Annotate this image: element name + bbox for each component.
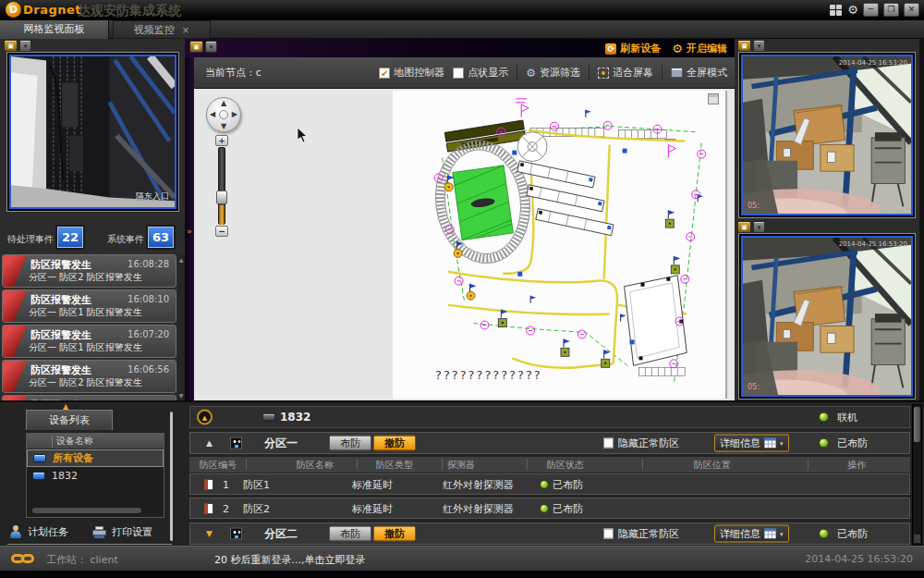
- zoom-out-button[interactable]: −: [215, 226, 228, 237]
- close-button[interactable]: ✕: [904, 3, 919, 17]
- alarm-detail: 分区一 防区2 防区报警发生: [29, 376, 142, 389]
- tree-horizontal-scrollbar[interactable]: [32, 508, 141, 513]
- pan-up-icon[interactable]: ▲: [221, 99, 226, 107]
- tab-grid-panel-label: 网格监视面板: [24, 23, 85, 35]
- disarm-button[interactable]: 撤防: [373, 436, 416, 451]
- pan-right-icon[interactable]: ▶: [232, 110, 237, 118]
- hide-normal-checkbox[interactable]: [603, 438, 614, 449]
- print-settings-button[interactable]: 打印设置: [112, 525, 152, 539]
- scheduled-tasks-button[interactable]: 计划任务: [28, 525, 68, 539]
- tab-video-monitor[interactable]: 视频监控×: [113, 20, 211, 39]
- partition-row-1[interactable]: ▲ 分区一 布防 撤防 隐藏正常防区 详细信息 ▾ 已布防: [189, 432, 910, 454]
- zone-checkbox[interactable]: [204, 503, 213, 514]
- video-frame[interactable]: 隔东入口: [6, 52, 179, 212]
- device-group-row[interactable]: ▲ 1832 联机: [189, 406, 910, 428]
- arm-button[interactable]: 布防: [329, 526, 371, 542]
- alarm-list-item[interactable]: 防区报警发生 16:07:20 分区一 防区1 防区报警发生: [2, 325, 176, 358]
- partition-expand-icon[interactable]: ▼: [206, 529, 213, 538]
- details-button[interactable]: 详细信息 ▾: [714, 525, 789, 543]
- camera-icon[interactable]: ▣: [737, 40, 751, 52]
- collapse-chevron-icon[interactable]: »: [185, 227, 194, 236]
- details-button[interactable]: 详细信息 ▾: [714, 435, 789, 452]
- arm-button[interactable]: 布防: [329, 436, 371, 451]
- alarm-list-item[interactable]: 防区报警发生 16:06:56 分区一 防区2 防区报警发生: [2, 360, 176, 393]
- disarm-button[interactable]: 撤防: [373, 526, 416, 542]
- restore-button[interactable]: ❐: [883, 3, 899, 17]
- refresh-devices-button[interactable]: ⟳ 刷新设备: [605, 42, 661, 55]
- scroll-up-icon[interactable]: ▲: [177, 256, 185, 263]
- tab-close-icon[interactable]: ×: [182, 25, 189, 35]
- video-frame[interactable]: 2014-04-25 16:53:20 05:: [738, 52, 916, 218]
- right-video-panel-2: ▣ ▾: [735, 220, 919, 402]
- fit-screen-button[interactable]: 适合屏幕: [598, 66, 653, 80]
- video-osd-text: 05:: [748, 383, 760, 391]
- device-tree: 设备名称 所有设备 1832: [26, 433, 164, 518]
- alarm-list-item[interactable]: 防区报警发生 16:08:10 分区一 防区1 防区报警发生: [2, 289, 176, 323]
- table-icon: [764, 529, 776, 539]
- dropdown-icon[interactable]: ▾: [205, 41, 217, 53]
- system-events-count: 63: [148, 227, 174, 248]
- camera-icon[interactable]: ▣: [737, 221, 751, 233]
- pan-down-icon[interactable]: ▼: [221, 122, 226, 130]
- map-controller-toggle[interactable]: ✔ 地图控制器: [379, 66, 444, 80]
- dropdown-icon[interactable]: ▾: [19, 40, 31, 52]
- zone-table-row[interactable]: 2 防区2 标准延时 红外对射探测器 已布防: [189, 498, 910, 519]
- zone-led-icon: [540, 504, 549, 513]
- details-dropdown-icon[interactable]: ▾: [780, 530, 784, 537]
- device-list-tab[interactable]: 设备列表: [26, 410, 113, 430]
- col-zone-id: 防区编号: [200, 459, 237, 472]
- hide-normal-checkbox[interactable]: [603, 529, 614, 539]
- scheduled-tasks-icon: [9, 525, 22, 539]
- layout-grid-icon[interactable]: [830, 5, 843, 16]
- map-pan-control[interactable]: ▲ ▼ ◀ ▶: [206, 97, 241, 132]
- video-frame[interactable]: 2014-04-25 16:53:20 05:: [738, 233, 916, 400]
- checkbox-unchecked-icon[interactable]: [453, 68, 464, 79]
- map-icon[interactable]: ▣: [189, 41, 203, 53]
- details-dropdown-icon[interactable]: ▾: [780, 439, 784, 447]
- start-edit-button[interactable]: ⚙ 开启编辑: [672, 42, 727, 55]
- device-tree-item-1832[interactable]: 1832: [27, 467, 164, 485]
- alarm-scrollbar[interactable]: ▲ ▼: [177, 254, 185, 400]
- zone-table-row[interactable]: 1 防区1 标准延时 红外对射探测器 已布防: [189, 473, 910, 495]
- panel-device-icon: [262, 413, 275, 422]
- fullscreen-button[interactable]: 全屏模式: [671, 66, 727, 80]
- scrollbar-thumb[interactable]: [914, 407, 920, 442]
- settings-gear-icon[interactable]: ⚙: [847, 4, 858, 17]
- camera-icon[interactable]: ▣: [4, 40, 18, 52]
- checkbox-checked-icon[interactable]: ✔: [379, 68, 390, 79]
- pan-center-icon[interactable]: [219, 110, 228, 119]
- zoom-fill: [219, 205, 225, 225]
- partition-expand-icon[interactable]: ▲: [206, 438, 213, 448]
- sidebar-divider: [7, 544, 172, 545]
- tab-grid-panel[interactable]: 网格监视面板: [0, 20, 109, 39]
- alarm-flag-icon: [3, 326, 27, 357]
- zone-checkbox[interactable]: [204, 479, 213, 490]
- video-osd-text: 05:: [748, 202, 760, 210]
- dropdown-icon[interactable]: ▾: [753, 40, 765, 52]
- alarm-detail: 分区一 防区1 防区报警发生: [29, 341, 142, 354]
- details-label: 详细信息: [720, 437, 760, 450]
- dropdown-icon[interactable]: ▾: [753, 221, 765, 233]
- scroll-down-icon[interactable]: ▼: [177, 392, 185, 399]
- zoom-in-button[interactable]: +: [215, 135, 228, 146]
- alarm-time: 16:07:20: [128, 329, 169, 339]
- map-viewport[interactable]: ????????????? ▲ ▼ ◀ ▶ + −: [194, 89, 735, 400]
- minimize-button[interactable]: ─: [863, 3, 879, 17]
- bottom-vertical-scrollbar[interactable]: [912, 404, 922, 546]
- map-zoom-slider[interactable]: + −: [213, 135, 230, 237]
- fit-screen-icon: [598, 68, 609, 79]
- dot-display-toggle[interactable]: 点状显示: [453, 66, 508, 80]
- hide-normal-label: 隐藏正常防区: [618, 527, 679, 541]
- pan-left-icon[interactable]: ◀: [210, 110, 215, 118]
- layers-icon[interactable]: [708, 93, 719, 105]
- right-video-panel-1: ▣ ▾: [735, 39, 919, 220]
- armed-led-icon: [819, 529, 829, 539]
- group-collapse-icon[interactable]: ▲: [197, 410, 213, 425]
- partition-row-2[interactable]: ▼ 分区二 布防 撤防 隐藏正常防区 详细信息 ▾ 已布防: [189, 523, 910, 545]
- resource-filter-button[interactable]: ⚙ 资源筛选: [526, 66, 580, 80]
- zoom-handle[interactable]: [216, 191, 227, 204]
- relogin-message[interactable]: 20 秒后重新登录...,单击立即登录: [214, 553, 365, 567]
- alarm-flag-icon: [3, 361, 27, 392]
- alarm-list-item[interactable]: 防区报警发生 16:08:28 分区一 防区2 防区报警发生: [2, 254, 176, 288]
- device-tree-item-all[interactable]: 所有设备: [27, 449, 164, 467]
